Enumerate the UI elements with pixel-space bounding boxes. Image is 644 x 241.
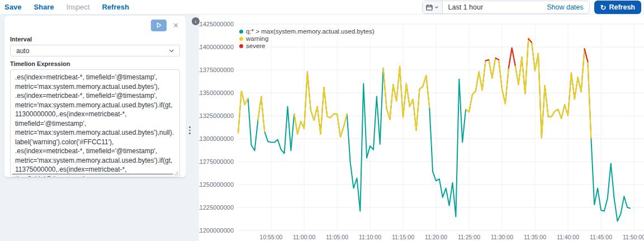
interval-select[interactable]: auto — [10, 45, 180, 56]
svg-text:11300000000: 11300000000 — [199, 135, 234, 142]
legend-dot — [239, 44, 243, 48]
svg-text:11325000000: 11325000000 — [199, 112, 234, 119]
legend-label: severe — [246, 42, 266, 49]
svg-text:11250000000: 11250000000 — [199, 181, 234, 188]
legend-label: q:* > max(system.memory.actual.used.byte… — [246, 28, 375, 35]
svg-text:11:50:00: 11:50:00 — [623, 234, 644, 240]
svg-text:11:25:00: 11:25:00 — [458, 234, 480, 240]
expression-editor-panel: ✕ Interval auto Timelion Expression .es(… — [4, 16, 186, 177]
expression-input-wrap: .es(index=metricbeat-*, timefield='@time… — [10, 69, 180, 177]
run-expression-button[interactable] — [151, 20, 167, 31]
svg-text:11:40:00: 11:40:00 — [557, 234, 579, 240]
collapse-editor-button[interactable]: ‹ — [192, 17, 200, 25]
svg-text:11425000000: 11425000000 — [199, 21, 234, 27]
quick-select-button[interactable] — [423, 1, 443, 13]
editor-actions: ✕ — [10, 18, 180, 32]
refresh-icon: ↻ — [600, 4, 607, 11]
legend-dot — [239, 30, 243, 34]
svg-text:11:05:00: 11:05:00 — [326, 234, 348, 240]
svg-text:10:55:00: 10:55:00 — [260, 234, 283, 240]
refresh-link[interactable]: Refresh — [102, 3, 129, 11]
play-icon — [157, 22, 162, 28]
save-button[interactable]: Save — [4, 3, 21, 11]
legend-item: q:* > max(system.memory.actual.used.byte… — [239, 28, 375, 35]
chart-gridlines — [238, 24, 644, 230]
inspect-button[interactable]: Inspect — [67, 3, 90, 11]
close-icon: ✕ — [173, 21, 179, 30]
legend-item: warning — [239, 35, 375, 42]
svg-text:11:35:00: 11:35:00 — [524, 234, 546, 240]
refresh-button[interactable]: ↻ Refresh — [594, 1, 641, 14]
panel-gutter — [186, 15, 199, 241]
legend-label: warning — [246, 35, 268, 42]
timelion-app: Save Share Inspect Refresh Last 1 hour S… — [0, 0, 644, 241]
expression-label: Timelion Expression — [10, 60, 180, 67]
svg-text:11400000000: 11400000000 — [199, 44, 234, 50]
date-picker-bar: Last 1 hour Show dates ↻ Refresh — [422, 1, 641, 14]
chart-legend: q:* > max(system.memory.actual.used.byte… — [239, 28, 375, 49]
refresh-button-label: Refresh — [609, 3, 635, 11]
svg-text:11:20:00: 11:20:00 — [425, 234, 447, 240]
svg-text:11275000000: 11275000000 — [199, 158, 234, 165]
series-warning-line — [238, 39, 591, 138]
svg-text:11375000000: 11375000000 — [199, 67, 234, 73]
panel-resize-handle[interactable] — [189, 126, 191, 134]
interval-select-value: auto — [16, 47, 29, 55]
svg-text:11350000000: 11350000000 — [199, 89, 234, 96]
calendar-icon — [426, 4, 433, 11]
svg-text:11225000000: 11225000000 — [199, 204, 234, 211]
timelion-expression-input[interactable]: .es(index=metricbeat-*, timefield='@time… — [10, 69, 180, 177]
legend-item: severe — [239, 42, 375, 49]
svg-text:11:45:00: 11:45:00 — [590, 234, 612, 240]
svg-text:11200000000: 11200000000 — [199, 227, 234, 234]
svg-text:11:00:00: 11:00:00 — [293, 234, 315, 240]
interval-label: Interval — [10, 36, 180, 42]
svg-text:11:10:00: 11:10:00 — [359, 234, 381, 240]
svg-text:11:30:00: 11:30:00 — [491, 234, 513, 240]
share-button[interactable]: Share — [34, 3, 54, 11]
chart-panel: 10:55:0011:00:0011:05:0011:10:0011:15:00… — [199, 15, 644, 241]
date-picker-control: Last 1 hour Show dates — [422, 1, 590, 14]
close-editor-button[interactable]: ✕ — [172, 21, 180, 30]
chevron-down-icon — [434, 5, 439, 10]
show-dates-button[interactable]: Show dates — [547, 3, 589, 11]
chevron-down-icon — [169, 49, 174, 53]
svg-text:11:15:00: 11:15:00 — [392, 234, 414, 240]
time-range-value[interactable]: Last 1 hour — [443, 3, 484, 11]
legend-dot — [239, 37, 243, 41]
